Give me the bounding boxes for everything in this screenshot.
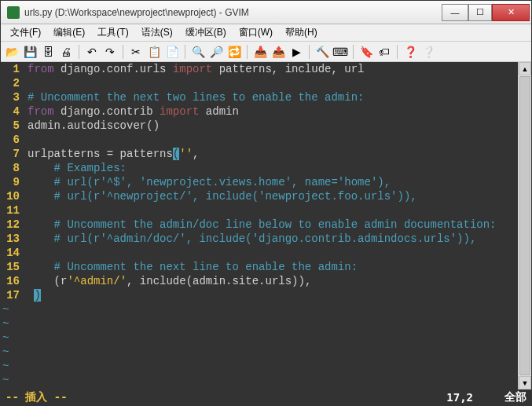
line-number: 14	[1, 246, 23, 260]
code-line[interactable]: 2	[1, 76, 518, 90]
menu-syntax[interactable]: 语法(S)	[135, 24, 179, 41]
toolbar-separator	[79, 45, 79, 59]
code-line[interactable]: 17 )	[1, 288, 518, 302]
findnext-icon[interactable]: 🔎	[208, 44, 224, 60]
line-content[interactable]: # url(r'^newproject/', include('newproje…	[23, 189, 417, 203]
line-content[interactable]: urlpatterns = patterns('',	[23, 147, 199, 161]
find-icon[interactable]: 🔍	[190, 44, 206, 60]
tag-back-icon[interactable]: 🏷	[376, 44, 392, 60]
line-content[interactable]: # Examples:	[23, 161, 127, 175]
redo-icon[interactable]: ↷	[102, 44, 118, 60]
empty-line-tilde: ~	[1, 331, 518, 345]
code-line[interactable]: 6	[1, 133, 518, 147]
scroll-up-icon[interactable]: ▲	[519, 62, 531, 75]
code-line[interactable]: 14	[1, 246, 518, 260]
titlebar[interactable]: urls.py (D:\Workspace\newproject\newproj…	[1, 1, 531, 24]
line-content[interactable]: admin.autodiscover()	[23, 119, 160, 133]
line-number: 6	[1, 133, 23, 147]
scroll-down-icon[interactable]: ▼	[519, 376, 531, 390]
session-load-icon[interactable]: 📥	[252, 44, 268, 60]
line-content[interactable]	[23, 246, 28, 260]
line-content[interactable]: # url(r'^admin/doc/', include('django.co…	[23, 232, 476, 246]
code-line[interactable]: 7urlpatterns = patterns('',	[1, 147, 518, 161]
paste-icon[interactable]: 📄	[164, 44, 180, 60]
shell-icon[interactable]: ⌨	[332, 44, 348, 60]
window-title: urls.py (D:\Workspace\newproject\newproj…	[24, 7, 442, 18]
line-number: 12	[1, 218, 23, 232]
run-script-icon[interactable]: ▶	[288, 44, 304, 60]
session-save-icon[interactable]: 📤	[270, 44, 286, 60]
line-number: 2	[1, 76, 23, 90]
toolbar: 📂 💾 🗄 🖨 ↶ ↷ ✂ 📋 📄 🔍 🔎 🔁 📥 📤 ▶ 🔨 ⌨ 🔖 🏷 ❓ …	[1, 42, 531, 62]
statusbar: -- 插入 -- 17,2 全部	[1, 390, 531, 405]
code-line[interactable]: 5admin.autodiscover()	[1, 119, 518, 133]
empty-line-tilde: ~	[1, 359, 518, 373]
line-content[interactable]: # Uncomment the admin/doc line below to …	[23, 218, 497, 232]
menu-tools[interactable]: 工具(T)	[91, 24, 134, 41]
line-number: 17	[1, 288, 23, 302]
code-line[interactable]: 10 # url(r'^newproject/', include('newpr…	[1, 189, 518, 203]
menu-buffers[interactable]: 缓冲区(B)	[179, 24, 233, 41]
code-line[interactable]: 1from django.conf.urls import patterns, …	[1, 62, 518, 76]
line-content[interactable]: )	[23, 288, 41, 302]
menu-help[interactable]: 帮助(H)	[279, 24, 324, 41]
saveall-icon[interactable]: 🗄	[40, 44, 56, 60]
code-line[interactable]: 13 # url(r'^admin/doc/', include('django…	[1, 232, 518, 246]
code-editor[interactable]: 1from django.conf.urls import patterns, …	[1, 62, 518, 390]
menu-edit[interactable]: 编辑(E)	[47, 24, 91, 41]
menu-window[interactable]: 窗口(W)	[233, 24, 279, 41]
toolbar-separator	[123, 45, 123, 59]
code-line[interactable]: 12 # Uncomment the admin/doc line below …	[1, 218, 518, 232]
maximize-button[interactable]: ☐	[468, 4, 492, 21]
copy-icon[interactable]: 📋	[146, 44, 162, 60]
code-line[interactable]: 15 # Uncomment the next line to enable t…	[1, 260, 518, 274]
line-content[interactable]: # Uncomment the next two lines to enable…	[23, 90, 364, 104]
window-buttons: — ☐ ✕	[442, 4, 530, 21]
toolbar-separator	[397, 45, 398, 59]
undo-icon[interactable]: ↶	[84, 44, 100, 60]
toolbar-separator	[247, 45, 248, 59]
line-content[interactable]	[23, 76, 28, 90]
line-number: 11	[1, 203, 23, 218]
make-icon[interactable]: 🔨	[314, 44, 330, 60]
line-content[interactable]: from django.conf.urls import patterns, i…	[23, 62, 365, 76]
print-icon[interactable]: 🖨	[58, 44, 74, 60]
code-line[interactable]: 16 (r'^admin/', include(admin.site.urls)…	[1, 274, 518, 288]
findhelp-icon[interactable]: ❔	[420, 44, 436, 60]
status-mode: -- 插入 --	[6, 390, 446, 404]
minimize-button[interactable]: —	[442, 4, 468, 21]
scrollbar-thumb[interactable]	[519, 76, 530, 375]
code-line[interactable]: 9 # url(r'^$', 'newproject.views.home', …	[1, 175, 518, 189]
help-icon[interactable]: ❓	[402, 44, 418, 60]
line-number: 1	[1, 62, 23, 76]
cut-icon[interactable]: ✂	[128, 44, 144, 60]
line-content[interactable]	[23, 133, 28, 147]
line-content[interactable]: # Uncomment the next line to enable the …	[23, 260, 358, 274]
line-content[interactable]: from django.contrib import admin	[23, 104, 239, 119]
menu-file[interactable]: 文件(F)	[4, 24, 47, 41]
tag-jump-icon[interactable]: 🔖	[358, 44, 374, 60]
empty-line-tilde: ~	[1, 345, 518, 359]
open-icon[interactable]: 📂	[4, 44, 20, 60]
code-line[interactable]: 11	[1, 203, 518, 218]
save-icon[interactable]: 💾	[22, 44, 38, 60]
status-scroll: 全部	[504, 390, 526, 404]
app-icon	[7, 6, 20, 19]
vertical-scrollbar[interactable]: ▲ ▼	[518, 62, 531, 390]
line-number: 5	[1, 119, 23, 133]
line-content[interactable]	[23, 203, 28, 218]
status-position: 17,2	[446, 391, 473, 404]
replace-icon[interactable]: 🔁	[226, 44, 242, 60]
toolbar-separator	[309, 45, 310, 59]
close-button[interactable]: ✕	[492, 4, 530, 21]
code-line[interactable]: 8 # Examples:	[1, 161, 518, 175]
editor-area: 1from django.conf.urls import patterns, …	[1, 62, 531, 390]
empty-line-tilde: ~	[1, 373, 518, 387]
toolbar-separator	[353, 45, 354, 59]
line-number: 9	[1, 175, 23, 189]
line-content[interactable]: (r'^admin/', include(admin.site.urls)),	[23, 274, 311, 288]
code-line[interactable]: 3# Uncomment the next two lines to enabl…	[1, 90, 518, 104]
code-line[interactable]: 4from django.contrib import admin	[1, 104, 518, 119]
app-window: urls.py (D:\Workspace\newproject\newproj…	[0, 0, 532, 406]
line-content[interactable]: # url(r'^$', 'newproject.views.home', na…	[23, 175, 391, 189]
